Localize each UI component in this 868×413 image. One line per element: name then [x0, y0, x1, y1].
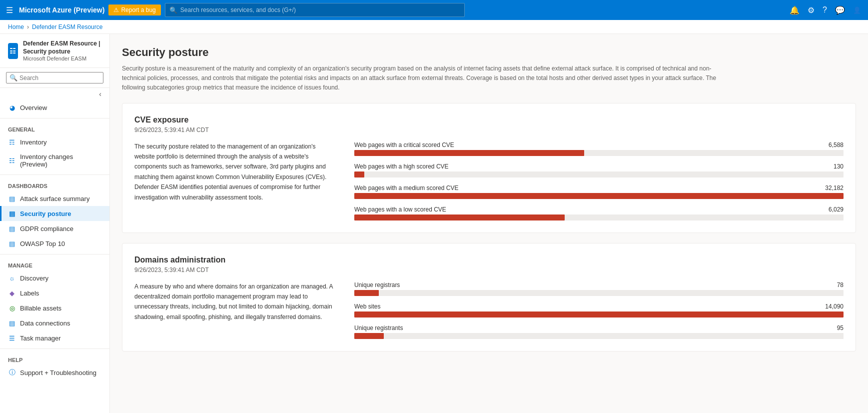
dashboards-section-label: Dashboards — [0, 178, 109, 191]
support-icon: ⓘ — [8, 368, 16, 376]
bar-fill — [354, 172, 364, 178]
sidebar-item-attack-surface[interactable]: ▤ Attack surface summary — [0, 191, 109, 206]
labels-icon: ◆ — [8, 289, 16, 297]
bar-value: 6,588 — [829, 142, 844, 148]
domains-card-body: A measure by who and where domains for a… — [134, 282, 844, 339]
bar-label: Unique registrants — [354, 324, 403, 332]
bar-fill — [354, 290, 379, 296]
search-icon: 🔍 — [169, 6, 177, 14]
owasp-icon: ▤ — [8, 240, 16, 248]
sidebar-item-labels[interactable]: ◆ Labels — [0, 286, 109, 300]
general-section-label: General — [0, 122, 109, 134]
help-icon[interactable]: ? — [820, 4, 830, 16]
cve-card-body: The security posture related to the mana… — [134, 142, 844, 220]
sidebar-search-inner[interactable]: 🔍 — [6, 72, 103, 84]
bar-fill — [354, 214, 565, 220]
sidebar-search-container: 🔍 — [0, 68, 109, 88]
sidebar-item-overview[interactable]: ◕ Overview — [0, 100, 109, 115]
sidebar-item-task-manager[interactable]: ☰ Task manager — [0, 330, 109, 346]
notifications-icon[interactable]: 🔔 — [787, 4, 803, 17]
bar-row[interactable]: Web pages with a low scored CVE 6,029 — [354, 206, 844, 220]
bar-label: Web pages with a high scored CVE — [354, 163, 449, 170]
sidebar-item-gdpr[interactable]: ▤ GDPR compliance — [0, 221, 109, 236]
data-connections-icon: ▤ — [8, 319, 16, 327]
sidebar-search-icon: 🔍 — [9, 74, 17, 82]
bar-header: Web pages with a low scored CVE 6,029 — [354, 206, 844, 213]
bar-row[interactable]: Unique registrants 95 — [354, 324, 844, 339]
bar-track — [354, 333, 844, 339]
bar-fill — [354, 333, 384, 339]
domains-admin-card: Domains administration 9/26/2023, 5:39:4… — [122, 243, 856, 352]
bar-value: 95 — [837, 324, 844, 332]
sidebar-item-inventory[interactable]: ☶ Inventory — [0, 134, 109, 150]
settings-icon[interactable]: ⚙ — [805, 4, 818, 17]
bar-track — [354, 150, 844, 156]
breadcrumb: Home › Defender EASM Resource — [0, 20, 868, 34]
overview-icon: ◕ — [8, 104, 16, 112]
account-icon[interactable]: 👤 — [850, 4, 864, 16]
page-description: Security posture is a measurement of the… — [122, 64, 722, 93]
hamburger-menu[interactable]: ☰ — [4, 4, 15, 17]
sidebar-header: ☷ Defender EASM Resource | Security post… — [0, 34, 109, 68]
bar-row[interactable]: Unique registrars 78 — [354, 282, 844, 296]
bar-header: Web pages with a medium scored CVE 32,18… — [354, 184, 844, 192]
cve-card-date: 9/26/2023, 5:39:41 AM CDT — [134, 126, 844, 134]
feedback-icon[interactable]: 💬 — [832, 4, 848, 17]
bar-fill — [354, 312, 844, 318]
bar-row[interactable]: Web sites 14,090 — [354, 303, 844, 318]
help-section-label: Help — [0, 352, 109, 365]
cve-description: The security posture related to the mana… — [134, 142, 334, 220]
bar-fill — [354, 193, 844, 199]
bar-header: Web pages with a high scored CVE 130 — [354, 163, 844, 170]
top-nav: ☰ Microsoft Azure (Preview) ⚠ Report a b… — [0, 0, 868, 20]
sidebar-item-discovery[interactable]: ☼ Discovery — [0, 270, 109, 286]
bar-value: 32,182 — [825, 184, 844, 192]
main-layout: ☷ Defender EASM Resource | Security post… — [0, 34, 868, 413]
cve-exposure-card: CVE exposure 9/26/2023, 5:39:41 AM CDT T… — [122, 103, 856, 233]
sidebar-resource-title: Defender EASM Resource | Security postur… — [23, 40, 101, 56]
domains-description: A measure by who and where domains for a… — [134, 282, 334, 339]
report-bug-button[interactable]: ⚠ Report a bug — [108, 4, 160, 16]
sidebar-search-input[interactable] — [19, 74, 100, 82]
bar-track — [354, 290, 844, 296]
sidebar-item-security-posture[interactable]: ▤ Security posture — [0, 206, 109, 221]
bar-header: Unique registrants 95 — [354, 324, 844, 332]
breadcrumb-resource[interactable]: Defender EASM Resource — [32, 24, 102, 30]
breadcrumb-home[interactable]: Home — [8, 24, 24, 30]
inventory-changes-icon: ☷ — [8, 156, 16, 164]
task-manager-icon: ☰ — [8, 334, 16, 342]
app-title: Microsoft Azure (Preview) — [19, 6, 104, 14]
bar-track — [354, 193, 844, 199]
bar-label: Web pages with a medium scored CVE — [354, 184, 459, 192]
collapse-icon: ‹ — [99, 90, 101, 98]
bar-header: Web pages with a critical scored CVE 6,5… — [354, 142, 844, 148]
bar-value: 130 — [834, 163, 844, 170]
sidebar-item-billable[interactable]: ◎ Billable assets — [0, 300, 109, 316]
bar-header: Unique registrars 78 — [354, 282, 844, 288]
bar-row[interactable]: Web pages with a critical scored CVE 6,5… — [354, 142, 844, 156]
bar-track — [354, 214, 844, 220]
sidebar-item-data-connections[interactable]: ▤ Data connections — [0, 316, 109, 330]
sidebar-item-inventory-changes[interactable]: ☷ Inventory changes (Preview) — [0, 150, 109, 172]
bar-label: Unique registrars — [354, 282, 400, 288]
manage-section-label: Manage — [0, 258, 109, 270]
security-posture-icon: ▤ — [8, 210, 16, 218]
breadcrumb-separator: › — [27, 24, 29, 30]
bar-label: Web pages with a critical scored CVE — [354, 142, 454, 148]
bar-row[interactable]: Web pages with a medium scored CVE 32,18… — [354, 184, 844, 199]
cve-card-title: CVE exposure — [134, 116, 844, 124]
bar-header: Web sites 14,090 — [354, 303, 844, 310]
sidebar-collapse[interactable]: ‹ — [0, 88, 109, 100]
bar-value: 6,029 — [829, 206, 844, 213]
global-search-input[interactable] — [180, 6, 460, 14]
bar-row[interactable]: Web pages with a high scored CVE 130 — [354, 163, 844, 178]
cve-bars: Web pages with a critical scored CVE 6,5… — [354, 142, 844, 220]
bar-track — [354, 312, 844, 318]
global-search-bar[interactable]: 🔍 — [165, 3, 465, 17]
bar-fill — [354, 150, 584, 156]
page-title: Security posture — [122, 46, 856, 59]
sidebar-item-owasp[interactable]: ▤ OWASP Top 10 — [0, 236, 109, 251]
sidebar-item-support[interactable]: ⓘ Support + Troubleshooting — [0, 365, 109, 380]
sidebar-logo: ☷ — [8, 43, 18, 59]
bar-value: 78 — [837, 282, 844, 288]
